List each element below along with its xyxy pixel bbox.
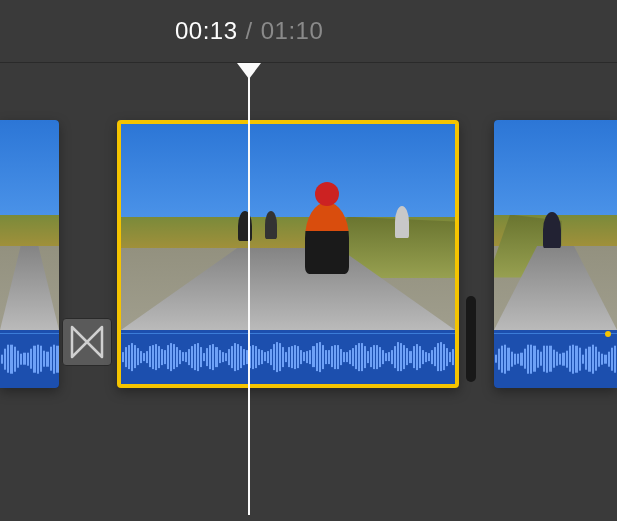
timecode-separator: / [246,17,253,45]
clip-edge-trim-handle[interactable] [466,296,476,382]
clip-thumbnail [121,124,455,330]
timecode-bar: 00:13 / 01:10 [0,0,617,62]
clip-next[interactable] [494,120,617,388]
clip-audio-waveform[interactable] [494,330,617,388]
timeline[interactable] [0,63,617,521]
clip-audio-waveform[interactable] [0,330,59,388]
clip-previous[interactable] [0,120,59,388]
audio-keyframe-icon[interactable] [605,331,611,337]
transition-icon[interactable] [62,318,112,366]
timecode-current: 00:13 [175,17,238,45]
clip-selected[interactable] [117,120,459,388]
clip-audio-waveform[interactable] [121,330,455,384]
clip-thumbnail [0,120,59,330]
video-track[interactable] [0,120,617,440]
timecode-total: 01:10 [261,17,324,45]
playhead-line[interactable] [248,77,250,515]
clip-thumbnail [494,120,617,330]
editor-background: 00:13 / 01:10 [0,0,617,521]
